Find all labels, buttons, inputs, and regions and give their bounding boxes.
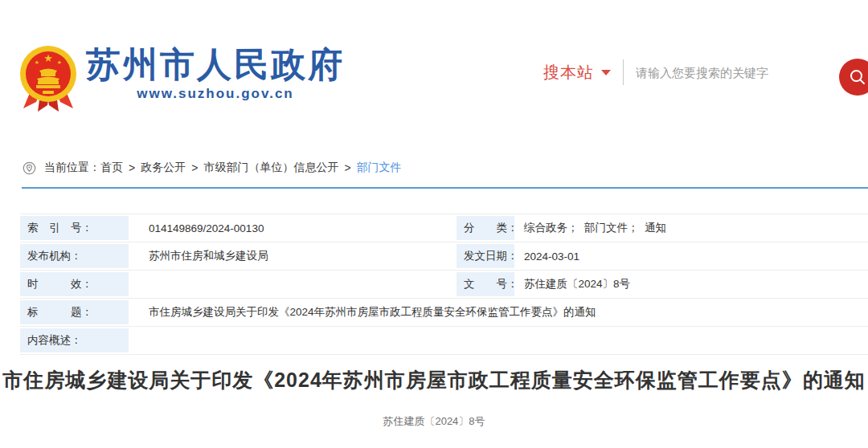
svg-text:★: ★ <box>57 59 62 65</box>
category-value: 综合政务； 部门文件； 通知 <box>517 214 868 242</box>
validity-label: 时 效： <box>20 272 129 296</box>
validity-value <box>131 271 454 299</box>
svg-text:★: ★ <box>43 52 53 64</box>
search-scope-label: 搜本站 <box>543 62 594 83</box>
breadcrumb: 当前位置： 首页 > 政务公开 > 市级部门（单位）信息公开 > 部门文件 <box>23 161 402 175</box>
index-number-label: 索 引 号： <box>20 216 129 240</box>
category-label: 分 类： <box>457 216 514 240</box>
svg-text:★: ★ <box>35 59 39 65</box>
search-input[interactable] <box>636 66 829 79</box>
location-pin-icon <box>23 161 36 175</box>
search-divider <box>623 59 624 85</box>
site-search-bar: 搜本站 <box>543 56 829 88</box>
table-row: 索 引 号： 014149869/2024-00130 分 类： 综合政务； 部… <box>20 214 868 242</box>
breadcrumb-separator: > <box>344 161 350 174</box>
breadcrumb-item-departments[interactable]: 市级部门（单位）信息公开 <box>203 161 338 175</box>
breadcrumb-item-home[interactable]: 首页 <box>100 161 123 175</box>
breadcrumb-separator: > <box>191 161 198 174</box>
section-divider-line <box>22 187 868 189</box>
summary-label: 内容概述： <box>20 328 129 352</box>
title-value: 市住房城乡建设局关于印发《2024年苏州市房屋市政工程质量安全环保监管工作要点》… <box>131 299 868 327</box>
table-row: 内容概述： <box>20 327 868 355</box>
site-logo-link[interactable]: ★ ★ ★ 苏州市人民政府 www.suzhou.gov.cn <box>18 44 345 113</box>
site-title: 苏州市人民政府 <box>86 44 345 84</box>
issuing-agency-value: 苏州市住房和城乡建设局 <box>131 242 454 271</box>
table-row: 时 效： 文 号： 苏住建质〔2024〕8号 <box>20 271 868 299</box>
national-emblem-icon: ★ ★ ★ <box>18 44 78 113</box>
site-url: www.suzhou.gov.cn <box>86 86 345 102</box>
breadcrumb-separator: > <box>129 161 135 174</box>
document-title: 市住房城乡建设局关于印发《2024年苏州市房屋市政工程质量安全环保监管工作要点》… <box>0 367 868 393</box>
page: ★ ★ ★ 苏州市人民政府 www.suzhou.gov.cn 搜本站 <box>0 0 868 448</box>
search-scope-dropdown[interactable]: 搜本站 <box>543 62 611 83</box>
table-row: 发布机构： 苏州市住房和城乡建设局 发文日期： 2024-03-01 <box>20 242 868 271</box>
doc-number-label: 文 号： <box>457 272 514 296</box>
issue-date-label: 发文日期： <box>457 244 514 268</box>
doc-number-value: 苏住建质〔2024〕8号 <box>517 271 868 299</box>
breadcrumb-location-label: 当前位置： <box>44 161 100 175</box>
breadcrumb-item-gov-affairs[interactable]: 政务公开 <box>141 161 186 175</box>
document-meta-table: 索 引 号： 014149869/2024-00130 分 类： 综合政务； 部… <box>20 214 868 355</box>
title-label: 标 题： <box>20 300 129 324</box>
index-number-value: 014149869/2024-00130 <box>131 214 454 242</box>
summary-value <box>131 327 868 355</box>
table-row: 标 题： 市住房城乡建设局关于印发《2024年苏州市房屋市政工程质量安全环保监管… <box>20 299 868 327</box>
chevron-down-icon <box>601 70 611 75</box>
breadcrumb-item-dept-documents[interactable]: 部门文件 <box>357 161 402 175</box>
search-icon <box>848 67 867 87</box>
document-number: 苏住建质〔2024〕8号 <box>0 414 868 429</box>
issuing-agency-label: 发布机构： <box>20 244 129 268</box>
issue-date-value: 2024-03-01 <box>517 242 868 271</box>
search-button[interactable] <box>839 59 868 96</box>
